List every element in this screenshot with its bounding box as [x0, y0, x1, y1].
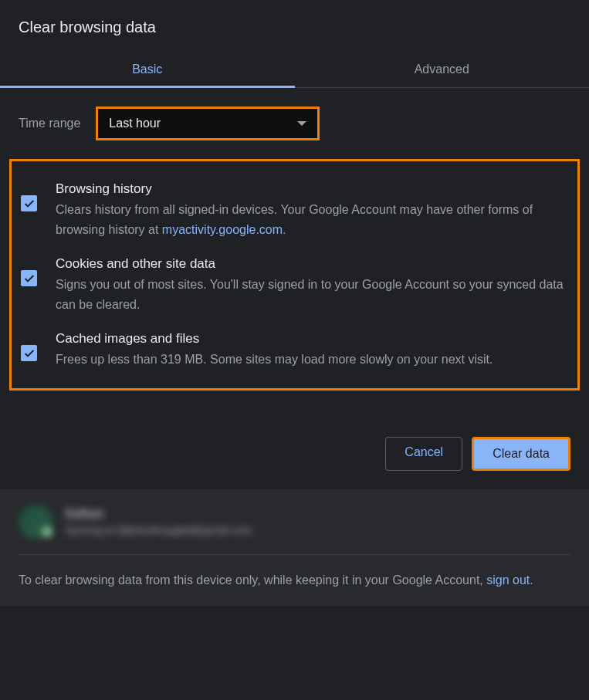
- button-row: Cancel Clear data: [0, 391, 589, 489]
- option-text: Browsing history Clears history from all…: [56, 181, 568, 239]
- tabs-container: Basic Advanced: [0, 52, 589, 88]
- clear-data-button[interactable]: Clear data: [472, 437, 570, 471]
- time-range-select[interactable]: Last hour: [96, 107, 320, 140]
- checkbox-browsing-history[interactable]: [21, 195, 37, 211]
- sign-out-link[interactable]: sign out: [486, 573, 530, 587]
- option-title: Cookies and other site data: [56, 256, 568, 272]
- account-name: Gxfnzn: [65, 507, 252, 521]
- chevron-down-icon: [297, 121, 306, 126]
- dialog-title: Clear browsing data: [0, 19, 589, 52]
- clear-browsing-data-dialog: Clear browsing data Basic Advanced Time …: [0, 0, 589, 606]
- account-email: Syncing to fjdjnhuhhupgkd@gmail.com: [65, 524, 252, 536]
- option-title: Cached images and files: [56, 331, 568, 347]
- time-range-row: Time range Last hour: [0, 88, 589, 159]
- avatar: [19, 505, 52, 539]
- tab-advanced[interactable]: Advanced: [295, 52, 590, 87]
- checkmark-icon: [23, 347, 36, 360]
- option-cache: Cached images and files Frees up less th…: [21, 317, 568, 373]
- option-browsing-history: Browsing history Clears history from all…: [21, 167, 568, 242]
- option-cookies: Cookies and other site data Signs you ou…: [21, 242, 568, 317]
- option-desc: Clears history from all signed-in device…: [56, 200, 568, 239]
- checkmark-icon: [23, 272, 36, 285]
- account-info: Gxfnzn Syncing to fjdjnhuhhupgkd@gmail.c…: [65, 507, 252, 536]
- account-row: Gxfnzn Syncing to fjdjnhuhhupgkd@gmail.c…: [19, 505, 570, 539]
- divider: [19, 554, 570, 555]
- option-desc: Signs you out of most sites. You'll stay…: [56, 275, 568, 314]
- time-range-label: Time range: [19, 117, 80, 130]
- footer-text: To clear browsing data from this device …: [19, 570, 570, 590]
- footer: Gxfnzn Syncing to fjdjnhuhhupgkd@gmail.c…: [0, 489, 589, 606]
- checkmark-icon: [23, 198, 36, 210]
- checkbox-cookies[interactable]: [21, 270, 37, 286]
- cancel-button[interactable]: Cancel: [385, 437, 462, 471]
- option-text: Cached images and files Frees up less th…: [56, 331, 568, 370]
- myactivity-link[interactable]: myactivity.google.com: [162, 223, 283, 236]
- option-desc: Frees up less than 319 MB. Some sites ma…: [56, 350, 568, 370]
- time-range-value: Last hour: [109, 117, 161, 130]
- checkbox-cache[interactable]: [21, 345, 37, 361]
- option-title: Browsing history: [56, 181, 568, 197]
- tab-basic[interactable]: Basic: [0, 52, 295, 87]
- options-container: Browsing history Clears history from all…: [9, 159, 580, 391]
- option-text: Cookies and other site data Signs you ou…: [56, 256, 568, 314]
